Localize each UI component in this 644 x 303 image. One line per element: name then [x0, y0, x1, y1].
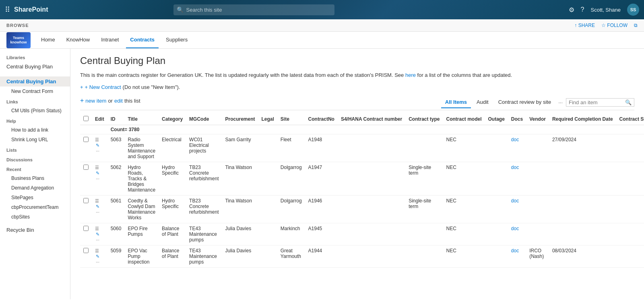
row-contract-model-2: NEC	[443, 195, 485, 223]
row-list-icon-2[interactable]: ☰	[95, 198, 99, 203]
tab-contract-review-by-site[interactable]: Contract review by site	[494, 97, 555, 108]
row-more-btn-1[interactable]: ···	[96, 176, 99, 181]
row-checkbox-3	[80, 223, 92, 245]
row-edit-btn-0[interactable]: ✎	[96, 143, 99, 148]
row-doc-link-1[interactable]: doc	[511, 165, 519, 170]
waffle-icon[interactable]: ⠿	[5, 5, 10, 14]
sidebar-help-label: Help	[0, 115, 70, 125]
row-doc-link-2[interactable]: doc	[511, 198, 519, 204]
new-contract-link[interactable]: + + New Contract (Do not use "New Item")…	[80, 84, 634, 90]
row-contract-type-1: Single-site term	[405, 162, 443, 195]
row-edit-btn-2[interactable]: ✎	[96, 204, 99, 209]
nav-suppliers[interactable]: Suppliers	[162, 32, 192, 48]
row-list-icon-1[interactable]: ☰	[95, 165, 99, 170]
this-list-text: this list	[124, 98, 140, 104]
settings-icon[interactable]: ⚙	[569, 6, 574, 14]
table-row: ☰ ✎ ··· 5060 EPO Fire Pumps Balance of P…	[80, 223, 644, 245]
row-title-3: EPO Fire Pumps	[124, 223, 159, 245]
row-mgcode-3: TE43 Maintenance pumps	[186, 223, 222, 245]
row-start-2	[616, 195, 644, 223]
row-title-1: Hydro Roads, Tracks & Bridges Maintenanc…	[124, 162, 159, 195]
row-select-3[interactable]	[83, 226, 89, 231]
row-select-4[interactable]	[83, 248, 89, 253]
row-more-btn-2[interactable]: ···	[96, 210, 99, 214]
col-edit: Edit	[92, 113, 107, 125]
edit-list-link[interactable]: edit	[114, 98, 123, 104]
row-edit-icon-2: ☰ ✎ ···	[92, 195, 107, 223]
sidebar-item-demand-agregation[interactable]: Demand Agregation	[0, 183, 70, 193]
nav-contracts[interactable]: Contracts	[126, 32, 159, 48]
top-bar: ⠿ SharePoint 🔍 ⚙ ? Scott, Shane SS	[0, 0, 644, 19]
follow-button[interactable]: ☆ FOLLOW	[601, 23, 627, 28]
sidebar-item-central-buying-plan-1[interactable]: Central Buying Plan	[0, 62, 70, 72]
row-start-4	[616, 245, 644, 267]
row-required-4: 08/03/2024	[549, 245, 616, 267]
new-window-button[interactable]: ⧉	[634, 23, 638, 28]
row-doc-link-3[interactable]: doc	[511, 226, 519, 231]
share-button[interactable]: ↑ SHARE	[574, 23, 595, 28]
sidebar-item-sitepages[interactable]: SitePages	[0, 193, 70, 202]
new-item-line: + new item or edit this list	[80, 97, 140, 104]
row-doc-link-0[interactable]: doc	[511, 137, 519, 142]
sidebar-item-cm-utils[interactable]: CM Utils (Prism Status)	[0, 106, 70, 115]
row-contractno-1: A1947	[305, 162, 338, 195]
col-mgcode: MGCode	[186, 113, 222, 125]
row-select-0[interactable]	[83, 137, 89, 142]
row-more-btn-3[interactable]: ···	[96, 237, 99, 242]
row-edit-btn-3[interactable]: ✎	[96, 232, 99, 237]
row-title-2: Coedty & Cowlyd Dam Maintenance Works	[124, 195, 159, 223]
sidebar-item-business-plans[interactable]: Business Plans	[0, 173, 70, 183]
find-input-wrap: 🔍	[566, 98, 634, 107]
row-s4hana-3	[338, 223, 405, 245]
tab-audit[interactable]: Audit	[473, 97, 493, 108]
row-select-2[interactable]	[83, 198, 89, 203]
row-procurement-4: Julia Davies	[222, 245, 258, 267]
row-docs-2: doc	[508, 195, 526, 223]
row-doc-link-4[interactable]: doc	[511, 248, 519, 254]
find-search-icon[interactable]: 🔍	[625, 99, 632, 105]
row-contract-type-3	[405, 223, 443, 245]
sidebar-item-how-to-add[interactable]: How to add a link	[0, 125, 70, 135]
sidebar-item-central-buying-plan-active[interactable]: Central Buying Plan	[0, 76, 70, 87]
browse-bar: BROWSE ↑ SHARE ☆ FOLLOW ⧉	[0, 19, 644, 32]
tab-all-items[interactable]: All Items	[441, 97, 471, 108]
find-input[interactable]	[569, 99, 625, 105]
row-s4hana-1	[338, 162, 405, 195]
sidebar-item-shrink-url[interactable]: Shrink Long URL	[0, 135, 70, 144]
row-s4hana-2	[338, 195, 405, 223]
row-list-icon-3[interactable]: ☰	[95, 226, 99, 231]
nav-intranet[interactable]: Intranet	[97, 32, 123, 48]
row-category-4: Balance of Plant	[159, 245, 186, 267]
table-row: ☰ ✎ ··· 5059 EPO Vac Pump inspection Bal…	[80, 245, 644, 267]
row-list-icon-0[interactable]: ☰	[95, 137, 99, 142]
row-list-icon-4[interactable]: ☰	[95, 248, 99, 253]
avatar[interactable]: SS	[627, 4, 639, 16]
row-vendor-2	[526, 195, 549, 223]
new-item-link[interactable]: new item	[85, 98, 106, 104]
help-icon[interactable]: ?	[581, 6, 584, 13]
row-select-1[interactable]	[83, 165, 89, 170]
main-content: Central Buying Plan This is the main con…	[70, 49, 644, 299]
nav-knowhow[interactable]: KnowHow	[62, 32, 94, 48]
nav-home[interactable]: Home	[37, 32, 59, 48]
row-edit-btn-4[interactable]: ✎	[96, 254, 99, 259]
toolbar-more-icon[interactable]: ···	[557, 97, 564, 108]
sidebar-item-recycle-bin[interactable]: Recycle Bin	[0, 225, 70, 235]
row-more-btn-4[interactable]: ···	[96, 260, 99, 264]
row-edit-btn-1[interactable]: ✎	[96, 171, 99, 175]
search-input[interactable]	[173, 4, 334, 15]
row-required-0: 27/09/2024	[549, 134, 616, 162]
row-docs-3: doc	[508, 223, 526, 245]
row-vendor-1	[526, 162, 549, 195]
sidebar-item-new-contract-form[interactable]: New Contract Form	[0, 87, 70, 96]
here-link[interactable]: here	[405, 72, 416, 78]
row-more-btn-0[interactable]: ···	[96, 148, 99, 153]
col-checkbox	[80, 113, 92, 125]
select-all-checkbox[interactable]	[83, 116, 89, 121]
count-label: Count= 3780	[107, 125, 644, 134]
row-procurement-1: Tina Watson	[222, 162, 258, 195]
sidebar-item-cbp-procurement[interactable]: cbpProcurementTeam	[0, 202, 70, 212]
sidebar-item-cbpsites[interactable]: cbpSites	[0, 212, 70, 222]
row-contract-model-0: NEC	[443, 134, 485, 162]
top-right-actions: ⚙ ? Scott, Shane SS	[569, 4, 639, 16]
